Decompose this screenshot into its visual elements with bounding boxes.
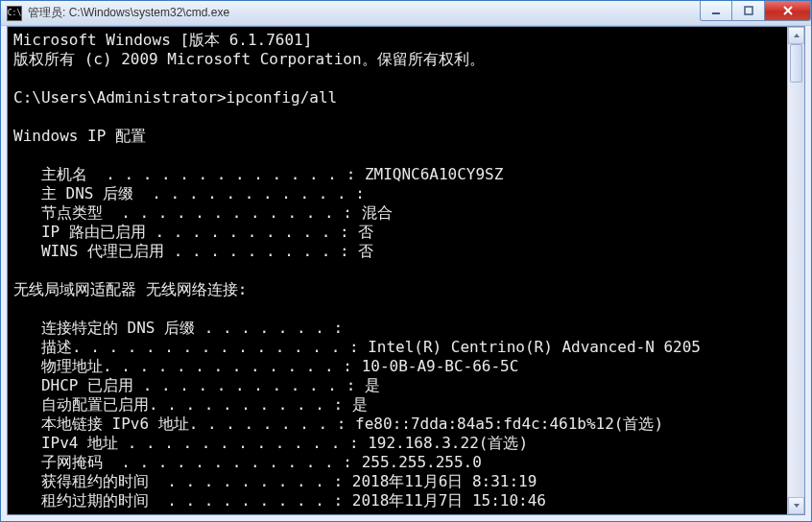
label: IPv4 地址 [41,434,118,452]
label: 物理地址 [41,357,103,375]
label: 主机名 [41,165,87,183]
value: 混合 [362,203,393,222]
cmd-icon-label: C:\ [8,10,21,17]
maximize-button[interactable] [732,1,765,21]
value: 10-0B-A9-BC-66-5C [362,357,519,375]
row-dhcp-enabled: DHCP 已启用 . . . . . . . . . . . : 是 [13,376,781,395]
section-ipconfig: Windows IP 配置 [13,127,781,146]
console-output[interactable]: Microsoft Windows [版本 6.1.7601]版权所有 (c) … [8,27,787,514]
row-ipv4: IPv4 地址 . . . . . . . . . . . . : 192.16… [13,434,781,453]
scroll-down-button[interactable] [788,497,804,514]
close-button[interactable] [765,1,811,21]
prompt-line: C:\Users\Administrator>ipconfig/all [13,88,781,107]
label: 租约过期的时间 [41,491,149,510]
row-description: 描述. . . . . . . . . . . . . . . : Intel(… [13,338,781,357]
row-autoconfig: 自动配置已启用. . . . . . . . . . : 是 [13,395,781,415]
row-lease-expires: 租约过期的时间 . . . . . . . . . : 2018年11月7日 1… [13,491,781,510]
label: 子网掩码 [41,453,103,471]
label: 主 DNS 后缀 [41,184,133,202]
row-physical-addr: 物理地址. . . . . . . . . . . . . : 10-0B-A9… [13,357,781,376]
row-subnet: 子网掩码 . . . . . . . . . . . . : 255.255.2… [13,453,781,472]
label: 连接特定的 DNS 后缀 [41,319,195,337]
label: IP 路由已启用 [41,223,146,241]
row-node-type: 节点类型 . . . . . . . . . . . . : 混合 [13,203,781,223]
row-conn-dns-suffix: 连接特定的 DNS 后缀 . . . . . . . : [13,319,781,338]
value: 255.255.255.0 [362,453,482,471]
cmd-window: C:\ 管理员: C:\Windows\system32\cmd.exe Mic… [0,0,812,522]
value: 否 [358,223,373,241]
value: 是 [352,395,368,414]
minimize-button[interactable] [700,1,732,21]
blank-line [13,299,781,319]
titlebar[interactable]: C:\ 管理员: C:\Windows\system32\cmd.exe [1,1,811,26]
cmd-icon: C:\ [7,6,22,21]
value: 是 [365,376,380,394]
label: 获得租约的时间 [41,472,149,490]
label: DHCP 已启用 [41,376,133,394]
section-adapter: 无线局域网适配器 无线网络连接: [13,280,781,299]
row-ip-routing: IP 路由已启用 . . . . . . . . . . : 否 [13,223,781,242]
svg-rect-0 [712,12,720,14]
value: 否 [358,242,373,260]
label: 节点类型 [41,203,103,222]
line-copyright: 版权所有 (c) 2009 Microsoft Corporation。保留所有… [13,50,781,69]
client-area: Microsoft Windows [版本 6.1.7601]版权所有 (c) … [1,26,811,521]
console-border: Microsoft Windows [版本 6.1.7601]版权所有 (c) … [7,26,805,515]
window-title: 管理员: C:\Windows\system32\cmd.exe [28,5,700,21]
label: 本地链接 IPv6 地址 [41,415,189,433]
command: ipconfig/all [227,88,338,107]
blank-line [13,261,781,280]
value: 2018年11月7日 15:10:46 [352,491,546,510]
line-version: Microsoft Windows [版本 6.1.7601] [13,31,781,50]
value: fe80::7dda:84a5:fd4c:461b%12(首选) [355,415,663,433]
row-wins-proxy: WINS 代理已启用 . . . . . . . . . : 否 [13,242,781,261]
value: ZMIQNC6A10CY9SZ [365,165,504,183]
scroll-up-button[interactable] [788,27,804,44]
blank-line [13,69,781,88]
vertical-scrollbar[interactable] [787,27,804,514]
scroll-thumb[interactable] [790,44,802,83]
value: Intel(R) Centrino(R) Advanced-N 6205 [368,338,701,356]
blank-line [13,146,781,165]
row-hostname: 主机名 . . . . . . . . . . . . . : ZMIQNC6A… [13,165,781,184]
prompt: C:\Users\Administrator> [13,88,227,107]
window-buttons [700,1,811,25]
scroll-track[interactable] [788,44,804,497]
row-lease-obtained: 获得租约的时间 . . . . . . . . . : 2018年11月6日 8… [13,472,781,491]
row-primary-dns-suffix: 主 DNS 后缀 . . . . . . . . . . . : [13,184,781,203]
label: 自动配置已启用 [41,395,149,414]
row-link-local-ipv6: 本地链接 IPv6 地址. . . . . . . . : fe80::7dda… [13,415,781,434]
label: 描述 [41,338,72,356]
label: WINS 代理已启用 [41,242,164,260]
blank-line [13,107,781,127]
value: 192.168.3.22(首选) [368,434,528,452]
svg-rect-1 [745,7,752,14]
value: 2018年11月6日 8:31:19 [352,472,537,490]
